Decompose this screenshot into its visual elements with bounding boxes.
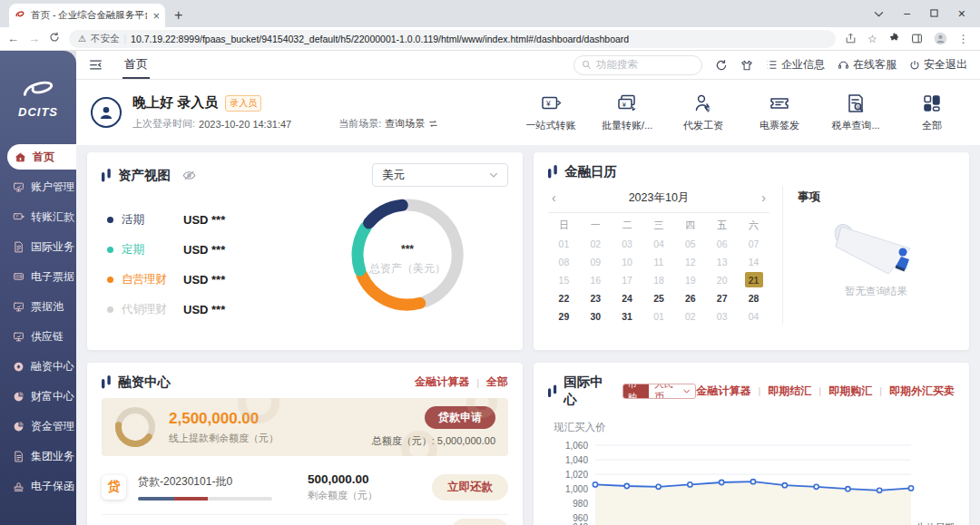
calendar-date[interactable]: 03 (612, 235, 643, 252)
calendar-date[interactable]: 31 (612, 307, 643, 325)
calendar-date[interactable]: 01 (548, 235, 580, 252)
calendar-date[interactable]: 14 (738, 253, 769, 270)
sidebar-item-wealth-center[interactable]: 财富中心 (0, 382, 76, 412)
sidebar-item-transfer-remit[interactable]: ¥转账汇款 (0, 202, 76, 232)
scene-switch-icon[interactable] (428, 119, 438, 129)
calendar-date[interactable]: 20 (706, 271, 738, 288)
online-service-link[interactable]: 在线客服 (838, 57, 897, 73)
international-link-0[interactable]: 金融计算器 (696, 384, 750, 399)
sidebar-item-fund-mgmt[interactable]: 资金管理 (0, 412, 76, 442)
reload-button[interactable] (49, 32, 60, 45)
sidebar-item-e-bill[interactable]: 电子票据 (0, 262, 76, 292)
svg-text:%: % (857, 104, 861, 110)
partial-repay-button[interactable] (452, 519, 508, 525)
calendar-date[interactable]: 22 (548, 289, 580, 306)
calendar-date[interactable]: 19 (674, 271, 706, 288)
quick-action-eticket-issue[interactable]: 电票签发 (753, 92, 806, 132)
calendar-date[interactable]: 17 (612, 271, 643, 288)
calendar-day-header: 一 (580, 217, 612, 234)
calendar-date[interactable]: 26 (674, 289, 706, 306)
user-avatar[interactable] (91, 97, 122, 128)
quick-action-batch-transfer[interactable]: ¥批量转账/... (601, 92, 653, 132)
calendar-next-icon[interactable]: › (751, 190, 766, 205)
financing-link-1[interactable]: 全部 (486, 374, 508, 390)
financing-links: 金融计算器|全部 (415, 374, 508, 390)
profile-avatar[interactable] (934, 32, 947, 45)
calendar-date[interactable]: 13 (706, 253, 738, 270)
theme-icon[interactable] (740, 59, 753, 72)
page-tab-home[interactable]: 首页 (122, 51, 150, 79)
quick-action-one-stop-transfer[interactable]: ¥一站式转账 (524, 92, 577, 132)
calendar-date[interactable]: 10 (612, 253, 643, 270)
calendar-date[interactable]: 24 (612, 289, 643, 306)
repay-now-button[interactable]: 立即还款 (432, 474, 508, 501)
calendar-date[interactable]: 27 (706, 289, 738, 306)
sidebar-item-international-biz[interactable]: 国际业务 (0, 232, 76, 262)
calendar-date[interactable]: 12 (674, 253, 706, 270)
sidebar-item-supply-chain[interactable]: 供应链 (0, 322, 76, 352)
international-link-3[interactable]: 即期外汇买卖 (889, 384, 955, 399)
address-bar[interactable]: ⚠ 不安全 | 10.7.19.22:8999/fpaas_bucket/941… (69, 30, 836, 48)
calendar-date[interactable]: 29 (548, 307, 580, 325)
international-link-2[interactable]: 即期购汇 (828, 384, 872, 399)
quick-action-tax-query[interactable]: %税单查询... (829, 92, 882, 132)
side-panel-icon[interactable] (911, 33, 923, 44)
refresh-icon[interactable] (715, 59, 728, 72)
calendar-prev-icon[interactable]: ‹ (552, 190, 566, 205)
calendar-date[interactable]: 30 (580, 307, 612, 325)
extensions-puzzle-icon[interactable] (888, 33, 900, 44)
calendar-date[interactable]: 23 (580, 289, 612, 306)
calendar-date[interactable]: 04 (738, 307, 769, 325)
bookmark-star-icon[interactable]: ☆ (867, 33, 877, 45)
window-close-button[interactable]: × (958, 6, 965, 21)
currency-select[interactable]: 美元 (372, 163, 508, 187)
calendar-date[interactable]: 05 (674, 235, 706, 252)
sidebar-item-financing-center[interactable]: 融资中心 (0, 352, 76, 382)
calendar-date[interactable]: 06 (706, 235, 738, 252)
calendar-date[interactable]: 28 (738, 289, 769, 306)
calendar-date-today[interactable]: 21 (745, 272, 763, 287)
function-search-input[interactable]: 功能搜索 (573, 55, 702, 75)
sidebar-item-group-business[interactable]: 集团业务 (0, 442, 76, 472)
sidebar-item-account-mgmt[interactable]: 账户管理 (0, 172, 76, 202)
window-minimize-button[interactable]: – (904, 7, 910, 20)
sidebar-item-home[interactable]: 首页 (7, 144, 76, 170)
back-button[interactable]: ← (7, 32, 19, 45)
browser-menu-icon[interactable]: ⋮ (958, 33, 969, 45)
calendar-date[interactable]: 09 (580, 253, 612, 270)
enterprise-info-link[interactable]: 企业信息 (766, 57, 825, 73)
eye-off-icon[interactable] (182, 170, 196, 181)
share-icon[interactable] (845, 33, 857, 44)
window-chevron-icon[interactable] (874, 7, 884, 20)
calendar-date[interactable]: 03 (706, 307, 738, 325)
international-link-1[interactable]: 即期结汇 (768, 384, 811, 399)
greeting-text: 晚上好 录入员 (132, 94, 218, 112)
calendar-date[interactable]: 01 (643, 307, 675, 325)
doc-icon (13, 451, 24, 462)
quick-action-all-apps[interactable]: 全部 (906, 92, 958, 132)
window-maximize-button[interactable] (930, 7, 938, 20)
financing-link-0[interactable]: 金融计算器 (415, 374, 469, 390)
link-separator: | (476, 377, 479, 388)
tab-close-icon[interactable]: × (152, 9, 160, 23)
calendar-date[interactable]: 02 (580, 235, 612, 252)
forward-button[interactable]: → (28, 32, 40, 45)
power-icon (909, 60, 920, 71)
calendar-date[interactable]: 25 (643, 289, 675, 306)
calendar-date[interactable]: 04 (643, 235, 675, 252)
sidebar-item-bill-pool[interactable]: 票据池 (0, 292, 76, 322)
calendar-date[interactable]: 11 (643, 253, 675, 270)
new-tab-button[interactable]: + (174, 7, 182, 24)
calendar-date[interactable]: 07 (738, 235, 769, 252)
calendar-date[interactable]: 02 (674, 307, 706, 325)
safe-exit-link[interactable]: 安全退出 (909, 57, 967, 73)
currency-type-tag[interactable]: 币种 人民币 (622, 384, 697, 399)
calendar-date[interactable]: 18 (643, 271, 675, 288)
sidebar-collapse-icon[interactable] (89, 59, 103, 71)
browser-tab[interactable]: 首页 - 企业综合金融服务平台 × (9, 4, 165, 27)
calendar-date[interactable]: 16 (580, 271, 612, 288)
calendar-date[interactable]: 08 (548, 253, 580, 270)
quick-action-payroll[interactable]: ¥代发工资 (677, 92, 730, 132)
sidebar-item-e-guarantee[interactable]: 电子保函 (0, 472, 76, 501)
calendar-date[interactable]: 15 (548, 271, 580, 288)
